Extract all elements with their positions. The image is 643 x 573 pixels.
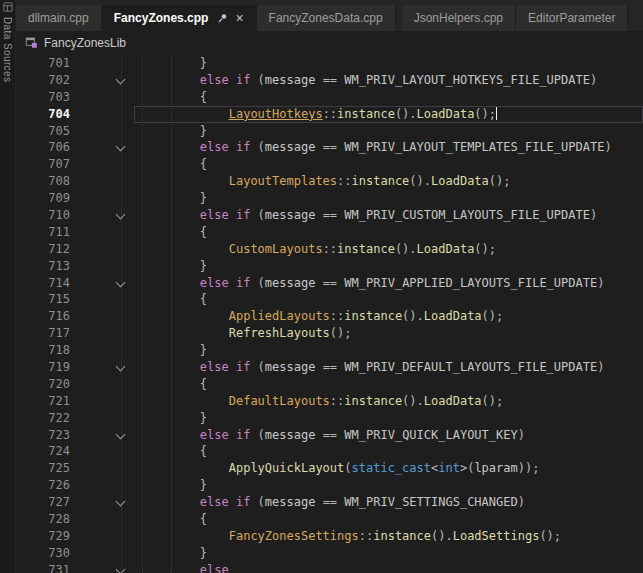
code-text[interactable]: else if (message == WM_PRIV_APPLIED_LAYO… bbox=[134, 275, 643, 292]
line-number[interactable]: 730 bbox=[16, 545, 76, 562]
code-text[interactable]: FancyZonesSettings::instance().LoadSetti… bbox=[134, 528, 643, 545]
breadcrumb[interactable]: FancyZonesLib bbox=[16, 31, 643, 55]
code-text[interactable]: { bbox=[134, 443, 643, 460]
line-number[interactable]: 722 bbox=[16, 410, 76, 427]
fold-collapse-button[interactable] bbox=[112, 494, 134, 511]
line-number[interactable]: 705 bbox=[16, 123, 76, 140]
code-text[interactable]: DefaultLayouts::instance().LoadData(); bbox=[134, 393, 643, 410]
code-text[interactable]: } bbox=[134, 545, 643, 562]
code-text[interactable]: RefreshLayouts(); bbox=[134, 325, 643, 342]
fold-collapse-button[interactable] bbox=[112, 427, 134, 444]
line-number[interactable]: 703 bbox=[16, 89, 76, 106]
code-text[interactable]: LayoutHotkeys::instance().LoadData(); bbox=[134, 106, 643, 123]
tab-bar: dllmain.cppFancyZones.cpp×FancyZonesData… bbox=[16, 0, 643, 31]
project-icon bbox=[25, 36, 38, 49]
code-editor[interactable]: 701 }702 else if (message == WM_PRIV_LAY… bbox=[16, 55, 643, 573]
line-number[interactable]: 716 bbox=[16, 308, 76, 325]
line-number[interactable]: 729 bbox=[16, 528, 76, 545]
code-text[interactable]: else if (message == WM_PRIV_LAYOUT_TEMPL… bbox=[134, 139, 643, 156]
glyph-margin bbox=[76, 460, 112, 477]
line-number[interactable]: 704 bbox=[16, 106, 76, 123]
code-line: 701 } bbox=[16, 55, 643, 72]
tab-jsonhelpers-cpp[interactable]: JsonHelpers.cpp bbox=[402, 5, 516, 31]
line-number[interactable]: 723 bbox=[16, 427, 76, 444]
line-number[interactable]: 728 bbox=[16, 511, 76, 528]
code-text[interactable]: } bbox=[134, 258, 643, 275]
line-number[interactable]: 707 bbox=[16, 156, 76, 173]
fold-margin bbox=[112, 156, 134, 173]
line-number[interactable]: 712 bbox=[16, 241, 76, 258]
code-text[interactable]: } bbox=[134, 410, 643, 427]
tab-fancyzonesdata-cpp[interactable]: FancyZonesData.cpp bbox=[257, 5, 396, 31]
code-line: 710 else if (message == WM_PRIV_CUSTOM_L… bbox=[16, 207, 643, 224]
line-number[interactable]: 721 bbox=[16, 393, 76, 410]
line-number[interactable]: 701 bbox=[16, 55, 76, 72]
code-text[interactable]: LayoutTemplates::instance().LoadData(); bbox=[134, 173, 643, 190]
code-text[interactable]: { bbox=[134, 224, 643, 241]
code-line: 714 else if (message == WM_PRIV_APPLIED_… bbox=[16, 275, 643, 292]
line-number[interactable]: 719 bbox=[16, 359, 76, 376]
line-number[interactable]: 702 bbox=[16, 72, 76, 89]
line-number[interactable]: 720 bbox=[16, 376, 76, 393]
code-line: 711 { bbox=[16, 224, 643, 241]
line-number[interactable]: 709 bbox=[16, 190, 76, 207]
code-text[interactable]: else if (message == WM_PRIV_CUSTOM_LAYOU… bbox=[134, 207, 643, 224]
line-number[interactable]: 715 bbox=[16, 291, 76, 308]
fold-collapse-button[interactable] bbox=[112, 139, 134, 156]
code-text[interactable]: { bbox=[134, 156, 643, 173]
tab-editorparameter[interactable]: EditorParameter bbox=[516, 5, 628, 31]
line-number[interactable]: 726 bbox=[16, 477, 76, 494]
pin-icon[interactable] bbox=[217, 13, 228, 24]
line-number[interactable]: 718 bbox=[16, 342, 76, 359]
line-number[interactable]: 711 bbox=[16, 224, 76, 241]
fold-margin bbox=[112, 443, 134, 460]
line-number[interactable]: 713 bbox=[16, 258, 76, 275]
fold-collapse-button[interactable] bbox=[112, 72, 134, 89]
chevron-down-icon bbox=[116, 210, 126, 220]
tab-fancyzones-cpp[interactable]: FancyZones.cpp× bbox=[102, 5, 257, 31]
code-text[interactable]: else if (message == WM_PRIV_DEFAULT_LAYO… bbox=[134, 359, 643, 376]
code-line: 702 else if (message == WM_PRIV_LAYOUT_H… bbox=[16, 72, 643, 89]
line-number[interactable]: 714 bbox=[16, 275, 76, 292]
code-text[interactable]: } bbox=[134, 477, 643, 494]
glyph-margin bbox=[76, 139, 112, 156]
line-number[interactable]: 706 bbox=[16, 139, 76, 156]
code-text[interactable]: } bbox=[134, 55, 643, 72]
line-number[interactable]: 727 bbox=[16, 494, 76, 511]
glyph-margin bbox=[76, 55, 112, 72]
code-text[interactable]: { bbox=[134, 511, 643, 528]
code-text[interactable]: } bbox=[134, 123, 643, 140]
code-text[interactable]: { bbox=[134, 291, 643, 308]
line-number[interactable]: 724 bbox=[16, 443, 76, 460]
code-text[interactable]: { bbox=[134, 89, 643, 106]
fold-collapse-button[interactable] bbox=[112, 359, 134, 376]
code-text[interactable]: else if (message == WM_PRIV_LAYOUT_HOTKE… bbox=[134, 72, 643, 89]
fold-collapse-button[interactable] bbox=[112, 207, 134, 224]
code-text[interactable]: } bbox=[134, 190, 643, 207]
code-text[interactable]: { bbox=[134, 376, 643, 393]
fold-collapse-button[interactable] bbox=[112, 562, 134, 573]
fold-collapse-button[interactable] bbox=[112, 275, 134, 292]
glyph-margin bbox=[76, 123, 112, 140]
code-text[interactable]: } bbox=[134, 342, 643, 359]
line-number[interactable]: 725 bbox=[16, 460, 76, 477]
side-panel-tab-data-sources[interactable]: Data Sources bbox=[0, 0, 16, 573]
line-number[interactable]: 710 bbox=[16, 207, 76, 224]
glyph-margin bbox=[76, 393, 112, 410]
fold-margin bbox=[112, 460, 134, 477]
tab-dllmain-cpp[interactable]: dllmain.cpp bbox=[16, 5, 102, 31]
glyph-margin bbox=[76, 494, 112, 511]
tab-label: JsonHelpers.cpp bbox=[414, 11, 503, 25]
code-text[interactable]: AppliedLayouts::instance().LoadData(); bbox=[134, 308, 643, 325]
code-line: 729 FancyZonesSettings::instance().LoadS… bbox=[16, 528, 643, 545]
line-number[interactable]: 717 bbox=[16, 325, 76, 342]
close-icon[interactable]: × bbox=[235, 11, 243, 25]
code-text[interactable]: else bbox=[134, 562, 643, 573]
code-text[interactable]: else if (message == WM_PRIV_SETTINGS_CHA… bbox=[134, 494, 643, 511]
line-number[interactable]: 708 bbox=[16, 173, 76, 190]
code-line: 724 { bbox=[16, 443, 643, 460]
code-text[interactable]: else if (message == WM_PRIV_QUICK_LAYOUT… bbox=[134, 427, 643, 444]
code-text[interactable]: ApplyQuickLayout(static_cast<int>(lparam… bbox=[134, 460, 643, 477]
code-text[interactable]: CustomLayouts::instance().LoadData(); bbox=[134, 241, 643, 258]
line-number[interactable]: 731 bbox=[16, 562, 76, 573]
